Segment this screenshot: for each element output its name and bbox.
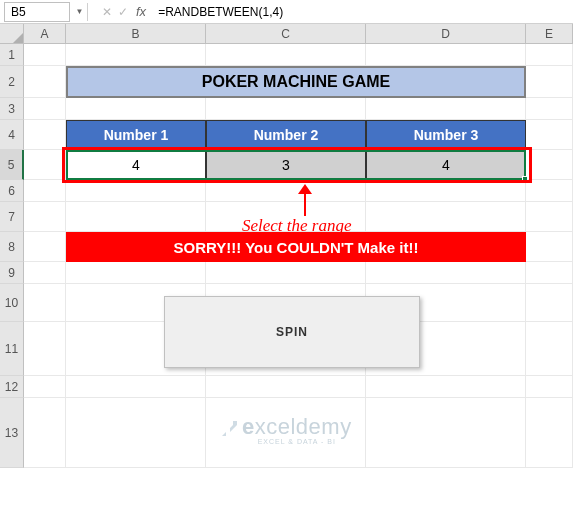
row-header-6[interactable]: 6 xyxy=(0,180,24,202)
row-headers: 1 2 3 4 5 6 7 8 9 10 11 12 13 xyxy=(0,44,24,468)
result-message: SORRY!!! You COULDN'T Make it!! xyxy=(66,232,526,262)
grid[interactable]: POKER MACHINE GAME Number 1 Number 2 Num… xyxy=(24,44,573,516)
formula-bar-icons: ✕ ✓ xyxy=(96,5,134,19)
cell-d5[interactable]: 4 xyxy=(366,150,526,180)
enter-icon[interactable]: ✓ xyxy=(118,5,128,19)
watermark-arrow-icon xyxy=(220,418,240,438)
col-header-d[interactable]: D xyxy=(366,24,526,44)
game-title: POKER MACHINE GAME xyxy=(66,66,526,98)
row-header-3[interactable]: 3 xyxy=(0,98,24,120)
col-header-a[interactable]: A xyxy=(24,24,66,44)
col-number3-header: Number 3 xyxy=(366,120,526,150)
row-header-13[interactable]: 13 xyxy=(0,398,24,468)
watermark-logo: exceldemy EXCEL & DATA - BI xyxy=(242,414,352,445)
column-headers: A B C D E xyxy=(24,24,573,44)
col-header-b[interactable]: B xyxy=(66,24,206,44)
name-box[interactable] xyxy=(4,2,70,22)
row-header-11[interactable]: 11 xyxy=(0,322,24,376)
col-header-e[interactable]: E xyxy=(526,24,573,44)
worksheet: 1 2 3 4 5 6 7 8 9 10 11 12 13 A B C D E xyxy=(0,24,573,516)
row-header-8[interactable]: 8 xyxy=(0,232,24,262)
formula-bar-row: ▼ ✕ ✓ fx xyxy=(0,0,573,24)
row-header-2[interactable]: 2 xyxy=(0,66,24,98)
select-all-corner[interactable] xyxy=(0,24,24,44)
col-number1-header: Number 1 xyxy=(66,120,206,150)
col-number2-header: Number 2 xyxy=(206,120,366,150)
cell-c5[interactable]: 3 xyxy=(206,150,366,180)
cancel-icon[interactable]: ✕ xyxy=(102,5,112,19)
row-header-5[interactable]: 5 xyxy=(0,150,24,180)
row-header-4[interactable]: 4 xyxy=(0,120,24,150)
name-box-dropdown[interactable]: ▼ xyxy=(72,3,88,21)
row-header-9[interactable]: 9 xyxy=(0,262,24,284)
col-header-c[interactable]: C xyxy=(206,24,366,44)
fx-icon[interactable]: fx xyxy=(136,4,146,19)
row-header-12[interactable]: 12 xyxy=(0,376,24,398)
spin-button[interactable]: SPIN xyxy=(164,296,420,368)
row-header-7[interactable]: 7 xyxy=(0,202,24,232)
row-header-1[interactable]: 1 xyxy=(0,44,24,66)
fill-handle[interactable] xyxy=(522,176,528,182)
cell-b5[interactable]: 4 xyxy=(66,150,206,180)
row-header-10[interactable]: 10 xyxy=(0,284,24,322)
formula-input[interactable] xyxy=(154,2,569,22)
